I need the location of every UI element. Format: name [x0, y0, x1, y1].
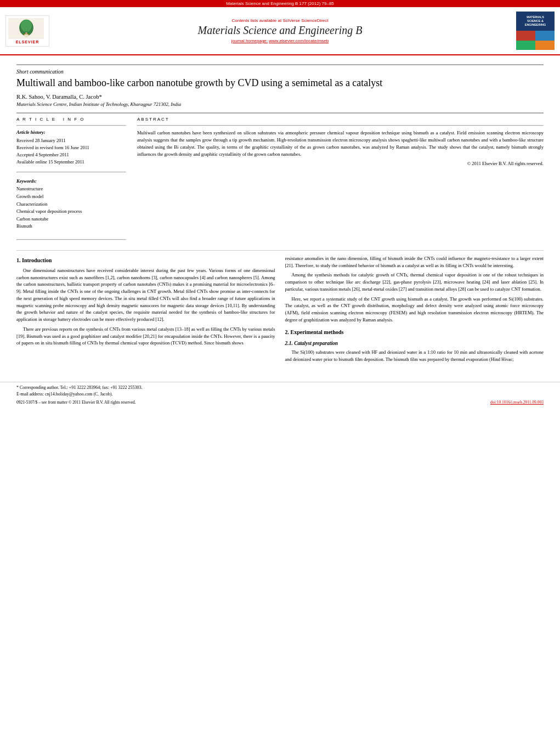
journal-citation-bar: Materials Science and Engineering B 177 … — [0, 0, 560, 7]
keywords-bottom-divider — [16, 239, 126, 240]
homepage-url[interactable]: www.elsevier.com/locate/mseb — [269, 38, 329, 43]
journal-citation: Materials Science and Engineering B 177 … — [226, 1, 334, 6]
article-received: Received 28 January 2011 — [16, 137, 126, 144]
journal-title: Materials Science and Engineering B — [49, 24, 511, 37]
article-available-online: Available online 15 September 2011 — [16, 159, 126, 166]
body-divider — [16, 250, 544, 251]
header-divider — [16, 64, 544, 65]
page: Materials Science and Engineering B 177 … — [0, 0, 560, 741]
footer-issn: 0921-5107/$ – see front matter © 2011 El… — [16, 400, 136, 405]
homepage-label: journal homepage: — [231, 38, 268, 43]
elsevier-brand-text: ELSEVIER — [8, 40, 47, 44]
body-col-right: resistance anomalies in the nano dimensi… — [285, 255, 544, 366]
keyword-5: Carbon nanotube — [16, 216, 126, 223]
footer: * Corresponding author. Tel.: +91 3222 2… — [0, 382, 560, 405]
section2-title: 2. Experimental methods — [285, 328, 544, 336]
ms-logo-text: MATERIALSSCIENCE &ENGINEERING — [516, 12, 555, 31]
article-info-heading: A R T I C L E I N F O — [16, 117, 126, 122]
article-info-col: A R T I C L E I N F O Article history: R… — [16, 117, 126, 244]
section1-right-para3: Here, we report a systematic study of th… — [285, 296, 544, 324]
section1-title-text: 1. Introduction — [16, 257, 52, 263]
footer-bottom: 0921-5107/$ – see front matter © 2011 El… — [16, 400, 544, 405]
body-two-col: 1. Introduction One dimensional nanostru… — [16, 255, 544, 366]
authors: R.K. Sahoo, V. Daramalla, C. Jacob* — [16, 94, 544, 100]
ms-logo-q2 — [535, 31, 555, 41]
footer-doi[interactable]: doi:10.1016/j.mseb.2011.09.003 — [490, 400, 544, 405]
section1-title: 1. Introduction — [16, 256, 275, 264]
keywords-label: Keywords: — [16, 178, 126, 184]
author-email[interactable]: E-mail address: cnj14.holiday@yahoo.com … — [16, 391, 544, 398]
main-content: Short communication Multiwall and bamboo… — [0, 55, 560, 371]
abstract-col: ABSTRACT Multiwall carbon nanotubes have… — [137, 117, 544, 244]
keyword-4: Chemical vapor deposition process — [16, 208, 126, 216]
ms-logo-q3 — [516, 41, 535, 50]
ms-logo-q4 — [535, 41, 555, 50]
sciverse-label: Contents lists available at SciVerse Sci… — [231, 18, 328, 23]
ms-logo-box: MATERIALSSCIENCE &ENGINEERING — [516, 12, 555, 50]
body-content: 1. Introduction One dimensional nanostru… — [16, 250, 544, 366]
article-received-revised: Received in revised form 16 June 2011 — [16, 144, 126, 151]
corresponding-author: * Corresponding author. Tel.: +91 3222 2… — [16, 384, 544, 391]
keyword-1: Nanostructure — [16, 185, 126, 193]
article-meta-section: A R T I C L E I N F O Article history: R… — [16, 117, 544, 244]
ms-logo-grid — [516, 31, 555, 50]
journal-homepage: journal homepage: www.elsevier.com/locat… — [49, 38, 511, 43]
elsevier-tree-image — [8, 18, 44, 39]
keywords-divider — [16, 172, 126, 173]
abstract-text: Multiwall carbon nanotubes have been syn… — [137, 129, 544, 157]
sciverse-link[interactable]: Contents lists available at SciVerse Sci… — [49, 18, 511, 23]
abstract-divider — [137, 125, 544, 126]
section1-para2: There are previous reports on the synthe… — [16, 326, 275, 347]
info-divider — [16, 125, 126, 126]
article-accepted: Accepted 4 September 2011 — [16, 151, 126, 159]
section1-right-para1: resistance anomalies in the nano dimensi… — [285, 255, 544, 269]
ms-logo-q1 — [516, 31, 535, 41]
article-type: Short communication — [16, 69, 544, 75]
section2-1-title: 2.1. Catalyst preparation — [285, 340, 544, 347]
copyright-text: © 2011 Elsevier B.V. All rights reserved… — [137, 161, 544, 166]
section2-1-para1: The Si(100) substrates were cleaned with… — [285, 349, 544, 363]
keyword-3: Characterization — [16, 201, 126, 208]
svg-rect-6 — [24, 35, 28, 37]
keyword-2: Growth model — [16, 193, 126, 201]
journal-logo-right: MATERIALSSCIENCE &ENGINEERING — [511, 12, 555, 50]
keyword-6: Bismuth — [16, 223, 126, 230]
section1-para1: One dimensional nanostructures have rece… — [16, 267, 275, 323]
section1-right-para2: Among the synthesis methods for catalyti… — [285, 271, 544, 292]
journal-title-area: Contents lists available at SciVerse Sci… — [49, 18, 511, 43]
journal-header: ELSEVIER Contents lists available at Sci… — [0, 7, 560, 55]
affiliation: Materials Science Centre, Indian Institu… — [16, 101, 544, 107]
title-divider — [16, 112, 544, 114]
elsevier-logo: ELSEVIER — [5, 15, 49, 47]
article-title: Multiwall and bamboo-like carbon nanotub… — [16, 77, 544, 89]
abstract-heading: ABSTRACT — [137, 117, 544, 122]
article-history-label: Article history: — [16, 129, 126, 135]
section2-title-text: 2. Experimental methods — [285, 329, 344, 335]
svg-point-3 — [20, 20, 31, 32]
keywords-section: Keywords: Nanostructure Growth model Cha… — [16, 178, 126, 230]
body-col-left: 1. Introduction One dimensional nanostru… — [16, 255, 275, 366]
elsevier-tree-icon — [10, 19, 43, 38]
svg-point-5 — [25, 32, 27, 35]
